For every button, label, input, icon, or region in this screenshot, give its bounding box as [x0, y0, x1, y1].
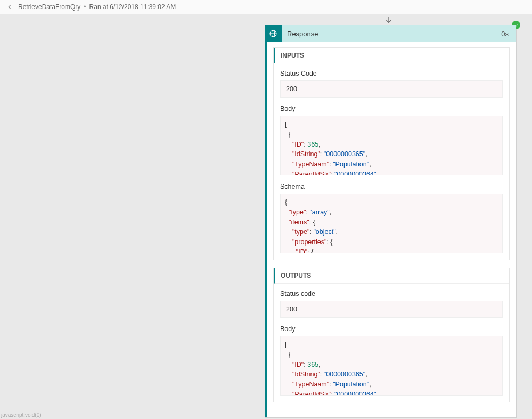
status-link-text: javascript:void(0)	[1, 412, 42, 418]
card-header[interactable]: Response 0s	[265, 25, 516, 42]
outputs-body-json[interactable]: [ { "ID": 365, "IdString": "0000000365",…	[280, 336, 503, 396]
flow-name: RetrieveDataFromQry	[18, 3, 80, 11]
outputs-body-label: Body	[280, 325, 503, 333]
card-accent	[265, 25, 267, 417]
inputs-body-json[interactable]: [ { "ID": 365, "IdString": "0000000365",…	[280, 116, 503, 175]
back-button[interactable]	[4, 2, 15, 12]
inputs-schema-label: Schema	[280, 183, 503, 190]
outputs-status-value: 200	[280, 301, 503, 318]
flow-arrow-down-icon	[383, 15, 394, 26]
outputs-header: OUTPUTS	[274, 268, 509, 284]
separator: •	[84, 3, 86, 11]
top-bar: RetrieveDataFromQry • Ran at 6/12/2018 1…	[0, 0, 532, 14]
card-title: Response	[282, 30, 501, 38]
card-body: INPUTS Status Code 200 Body [ { "ID": 36…	[265, 42, 516, 417]
inputs-section: INPUTS Status Code 200 Body [ { "ID": 36…	[273, 47, 510, 260]
outputs-status-label: Status code	[280, 290, 503, 297]
run-at-prefix: Ran at	[89, 3, 108, 11]
card-duration: 0s	[501, 30, 516, 38]
inputs-status-value: 200	[280, 80, 503, 98]
inputs-schema-json[interactable]: { "type": "array", "items": { "type": "o…	[280, 194, 503, 253]
response-card[interactable]: Response 0s INPUTS Status Code 200 Body …	[265, 25, 517, 418]
inputs-status-label: Status Code	[280, 70, 503, 77]
run-at-timestamp: 6/12/2018 11:39:02 AM	[110, 3, 176, 11]
inputs-body-label: Body	[280, 105, 503, 112]
response-icon	[265, 25, 282, 42]
inputs-header: INPUTS	[274, 48, 509, 63]
outputs-section: OUTPUTS Status code 200 Body [ { "ID": 3…	[273, 268, 510, 402]
